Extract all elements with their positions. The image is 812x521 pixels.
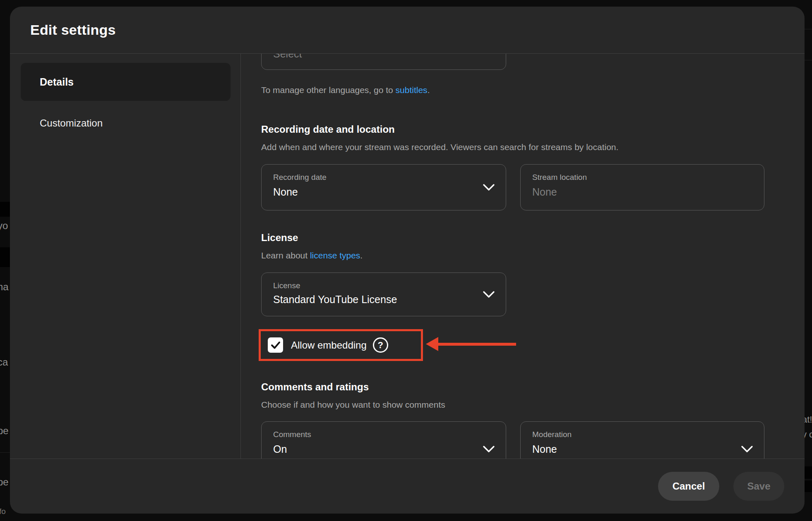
dialog-footer: Cancel Save	[10, 459, 805, 514]
cancel-button[interactable]: Cancel	[658, 472, 719, 501]
backdrop-text-fragment: pe	[0, 476, 9, 488]
backdrop-text-fragment: ca	[0, 356, 8, 368]
stream-location-field[interactable]: Stream location None	[520, 164, 764, 210]
sidebar-item-details[interactable]: Details	[21, 63, 231, 101]
chevron-down-icon	[483, 184, 495, 191]
stream-location-label: Stream location	[532, 173, 587, 182]
chevron-down-icon	[483, 291, 495, 298]
recording-date-dropdown[interactable]: Recording date None	[261, 164, 506, 210]
moderation-label: Moderation	[532, 430, 572, 439]
backdrop-band	[0, 247, 10, 267]
subtitles-link[interactable]: subtitles	[396, 85, 428, 95]
chevron-down-icon	[483, 445, 495, 453]
dialog-sidebar: Details Customization	[10, 54, 241, 459]
backdrop-line	[805, 29, 812, 29]
video-language-value: Select	[273, 54, 302, 60]
allow-embedding-label: Allow embedding	[291, 339, 367, 351]
backdrop-text-fragment: pe	[0, 425, 9, 437]
backdrop-line	[805, 60, 812, 60]
license-dropdown[interactable]: License Standard YouTube License	[261, 272, 506, 316]
dialog-header: Edit settings	[10, 7, 805, 54]
comments-value: On	[273, 443, 287, 455]
recording-date-value: None	[273, 186, 298, 198]
backdrop-line	[0, 452, 10, 453]
backdrop-text-fragment: yo	[0, 220, 8, 232]
sidebar-item-customization[interactable]: Customization	[10, 111, 240, 136]
subtitles-note-period: .	[428, 85, 430, 95]
stream-location-placeholder: None	[532, 186, 557, 198]
license-section-heading: License	[261, 232, 298, 244]
comments-section-description: Choose if and how you want to show comme…	[261, 400, 445, 410]
license-value: Standard YouTube License	[273, 294, 397, 306]
settings-scroll-area[interactable]: Select To manage other languages, go to …	[241, 54, 805, 459]
license-note: Learn about license types.	[261, 251, 363, 260]
allow-embedding-highlight-box: Allow embedding ?	[259, 329, 423, 361]
license-note-period: .	[360, 251, 363, 260]
backdrop-text-fragment: fo	[0, 507, 6, 516]
comments-label: Comments	[273, 430, 311, 439]
license-label: License	[273, 281, 300, 290]
edit-settings-dialog: Edit settings Details Customization Sele…	[10, 7, 805, 514]
backdrop-band	[0, 202, 10, 217]
allow-embedding-checkbox[interactable]	[268, 337, 283, 353]
backdrop-band	[805, 466, 812, 479]
help-icon[interactable]: ?	[373, 337, 388, 353]
dialog-main: Details Customization Select To manage o…	[10, 54, 805, 459]
backdrop-band	[805, 480, 812, 492]
comments-section-heading: Comments and ratings	[261, 381, 369, 393]
save-button[interactable]: Save	[733, 472, 784, 501]
video-language-select[interactable]: Select	[261, 54, 506, 70]
dialog-title: Edit settings	[30, 22, 116, 38]
license-note-text: Learn about	[261, 251, 310, 260]
subtitles-note: To manage other languages, go to subtitl…	[261, 85, 430, 95]
recording-section-description: Add when and where your stream was recor…	[261, 142, 618, 152]
moderation-dropdown[interactable]: Moderation None	[520, 421, 764, 459]
moderation-value: None	[532, 443, 557, 455]
comments-dropdown[interactable]: Comments On	[261, 421, 506, 459]
sidebar-item-label: Details	[40, 76, 74, 88]
recording-section-heading: Recording date and location	[261, 124, 395, 135]
checkmark-icon	[270, 340, 281, 351]
annotation-arrow-shaft	[437, 343, 516, 346]
annotation-arrow	[426, 337, 516, 351]
backdrop-text-fragment: na	[0, 281, 9, 293]
license-types-link[interactable]: license types	[310, 251, 360, 260]
sidebar-item-label: Customization	[40, 117, 103, 129]
chevron-down-icon	[741, 445, 753, 453]
subtitles-note-text: To manage other languages, go to	[261, 85, 396, 95]
recording-date-label: Recording date	[273, 173, 327, 182]
